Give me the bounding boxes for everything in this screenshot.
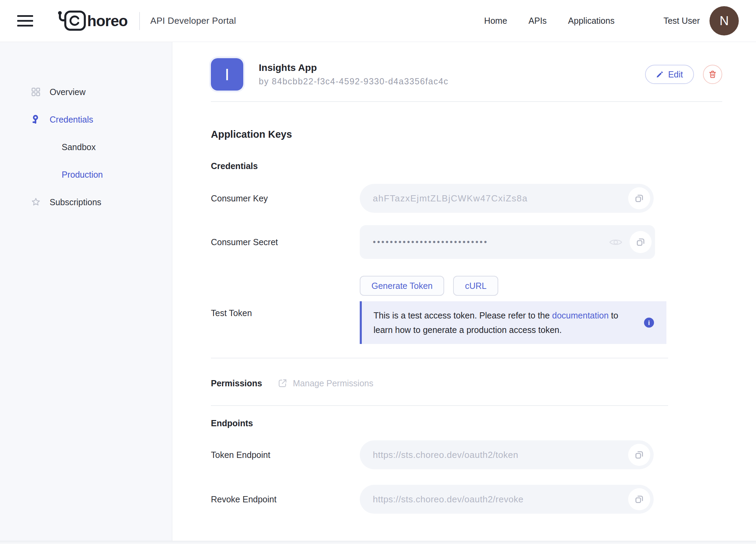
external-link-icon (277, 378, 288, 388)
sidebar: Overview Credentials Sandbox Production (0, 42, 172, 541)
app-header: horeo API Developer Portal Home APIs App… (0, 0, 756, 42)
copy-consumer-key-button[interactable] (628, 187, 650, 209)
consumer-secret-masked-value: ••••••••••••••••••••••••••• (373, 238, 488, 246)
credentials-subtitle: Credentials (211, 161, 722, 171)
consumer-key-label: Consumer Key (211, 193, 360, 203)
sidebar-item-subscriptions[interactable]: Subscriptions (0, 192, 172, 212)
endpoints-title: Endpoints (211, 418, 722, 428)
consumer-secret-field: ••••••••••••••••••••••••••• (360, 225, 655, 259)
sidebar-item-label: Production (62, 170, 103, 180)
copy-icon (634, 193, 644, 203)
menu-icon[interactable] (17, 15, 33, 27)
sidebar-item-label: Overview (50, 87, 85, 97)
application-keys-title: Application Keys (211, 129, 722, 140)
sidebar-item-credentials[interactable]: Credentials (0, 110, 172, 129)
header-divider (139, 12, 140, 30)
portal-title: API Developer Portal (150, 15, 236, 26)
page-bottom-strip (0, 541, 756, 544)
app-icon: I (211, 58, 243, 91)
copy-icon (634, 450, 644, 460)
edit-button-label: Edit (668, 70, 683, 80)
revoke-endpoint-value: https://sts.choreo.dev/oauth2/revoke (373, 494, 523, 505)
token-endpoint-field: https://sts.choreo.dev/oauth2/token (360, 440, 654, 469)
copy-consumer-secret-button[interactable] (630, 231, 652, 253)
choreo-logo[interactable]: horeo (57, 10, 127, 32)
key-icon (31, 115, 50, 124)
delete-button[interactable] (703, 65, 722, 84)
revoke-endpoint-label: Revoke Endpoint (211, 494, 360, 504)
curl-button[interactable]: cURL (453, 276, 498, 296)
divider (211, 405, 668, 406)
user-name[interactable]: Test User (663, 16, 700, 26)
copy-icon (635, 237, 646, 247)
token-endpoint-label: Token Endpoint (211, 450, 360, 460)
eye-icon (609, 238, 622, 247)
copy-token-endpoint-button[interactable] (628, 444, 650, 466)
revoke-endpoint-field: https://sts.choreo.dev/oauth2/revoke (360, 485, 654, 514)
main-content: I Insights App by 84bcbb22-f3c4-4592-933… (172, 42, 756, 541)
sidebar-item-label: Credentials (50, 115, 93, 125)
test-token-text: This is a test access token. Please refe… (374, 311, 552, 320)
token-endpoint-value: https://sts.choreo.dev/oauth2/token (373, 450, 518, 460)
trash-icon (708, 70, 717, 79)
copy-icon (634, 494, 644, 504)
logo-text: horeo (87, 12, 127, 30)
avatar[interactable]: N (709, 6, 739, 35)
manage-permissions-link[interactable]: Manage Permissions (277, 378, 373, 388)
consumer-key-field: ahFTazxEjmtZLBjCWKw47CxiZs8a (360, 184, 654, 213)
test-token-label: Test Token (211, 301, 360, 318)
show-secret-button[interactable] (608, 234, 623, 250)
sidebar-item-label: Sandbox (62, 142, 96, 152)
divider (211, 101, 722, 102)
app-name: Insights App (259, 62, 645, 73)
consumer-secret-label: Consumer Secret (211, 237, 360, 247)
app-owner: by 84bcbb22-f3c4-4592-9330-d4a3356fac4c (259, 76, 645, 86)
copy-revoke-endpoint-button[interactable] (628, 488, 650, 510)
pencil-icon (656, 71, 664, 78)
sidebar-item-label: Subscriptions (50, 197, 101, 207)
nav-apis[interactable]: APIs (529, 16, 547, 26)
grid-icon (31, 87, 50, 97)
nav-home[interactable]: Home (484, 16, 507, 26)
nav-applications[interactable]: Applications (568, 16, 615, 26)
choreo-logo-icon (57, 10, 87, 32)
test-token-info-box: This is a test access token. Please refe… (360, 301, 666, 344)
sidebar-item-sandbox[interactable]: Sandbox (0, 137, 172, 157)
header-nav: Home APIs Applications (484, 16, 614, 26)
generate-token-button[interactable]: Generate Token (360, 276, 444, 296)
info-icon[interactable]: i (644, 318, 654, 328)
permissions-title: Permissions (211, 378, 277, 388)
divider (211, 358, 668, 358)
star-icon (31, 197, 50, 207)
manage-permissions-label: Manage Permissions (293, 378, 373, 388)
sidebar-item-overview[interactable]: Overview (0, 82, 172, 102)
edit-button[interactable]: Edit (645, 65, 694, 84)
documentation-link[interactable]: documentation (552, 311, 609, 320)
sidebar-item-production[interactable]: Production (0, 165, 172, 184)
consumer-key-value: ahFTazxEjmtZLBjCWKw47CxiZs8a (373, 193, 528, 204)
